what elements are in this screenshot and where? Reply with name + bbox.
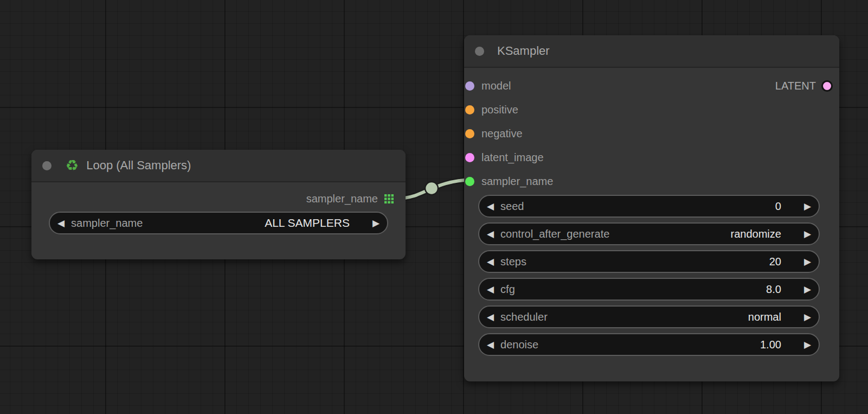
input-label-model: model bbox=[481, 80, 511, 92]
node-loop-header[interactable]: ♻ Loop (All Samplers) bbox=[31, 150, 406, 182]
collapse-dot[interactable] bbox=[475, 47, 484, 56]
input-slot-model[interactable] bbox=[465, 81, 474, 91]
collapse-dot[interactable] bbox=[42, 161, 52, 170]
widget-name: steps bbox=[500, 256, 526, 268]
input-slot-positive[interactable] bbox=[465, 105, 474, 114]
decrement-arrow-icon[interactable]: ◀ bbox=[487, 257, 494, 266]
decrement-arrow-icon[interactable]: ◀ bbox=[487, 230, 494, 239]
widget-control-after-generate[interactable]: ◀ control_after_generate randomize ▶ bbox=[478, 222, 820, 245]
widget-name: seed bbox=[500, 200, 524, 213]
widget-sampler-name[interactable]: ◀ sampler_name ALL SAMPLERS ▶ bbox=[49, 212, 388, 234]
decrement-arrow-icon[interactable]: ◀ bbox=[57, 219, 65, 228]
decrement-arrow-icon[interactable]: ◀ bbox=[487, 313, 494, 322]
input-label-negative: negative bbox=[481, 128, 523, 140]
decrement-arrow-icon[interactable]: ◀ bbox=[487, 285, 494, 294]
widget-value: 8.0 bbox=[766, 283, 781, 296]
increment-arrow-icon[interactable]: ▶ bbox=[804, 340, 811, 349]
increment-arrow-icon[interactable]: ▶ bbox=[804, 230, 811, 239]
input-label-positive: positive bbox=[481, 104, 518, 116]
output-label-sampler-name: sampler_name bbox=[306, 193, 378, 205]
widget-name: scheduler bbox=[500, 311, 548, 323]
widget-value: randomize bbox=[731, 228, 781, 240]
node-loop-all-samplers[interactable]: ♻ Loop (All Samplers) sampler_name ◀ sam… bbox=[31, 150, 406, 259]
node-title: KSampler bbox=[497, 44, 550, 58]
input-slot-latent-image[interactable] bbox=[465, 153, 474, 162]
widget-name: cfg bbox=[500, 283, 515, 296]
node-editor-canvas[interactable]: ♻ Loop (All Samplers) sampler_name ◀ sam… bbox=[0, 0, 868, 414]
output-label-latent: LATENT bbox=[775, 80, 816, 92]
recycle-icon: ♻ bbox=[66, 158, 79, 173]
input-slot-sampler-name[interactable] bbox=[465, 177, 474, 186]
widget-name: sampler_name bbox=[71, 217, 143, 230]
input-label-sampler-name: sampler_name bbox=[481, 175, 553, 188]
widget-cfg[interactable]: ◀ cfg 8.0 ▶ bbox=[478, 278, 820, 301]
widget-value: 1.00 bbox=[760, 339, 781, 351]
output-slot-latent[interactable] bbox=[821, 80, 833, 92]
decrement-arrow-icon[interactable]: ◀ bbox=[487, 340, 494, 349]
widget-value: 0 bbox=[775, 200, 781, 213]
decrement-arrow-icon[interactable]: ◀ bbox=[487, 202, 494, 211]
widget-value: ALL SAMPLERS bbox=[265, 216, 350, 230]
node-title: Loop (All Samplers) bbox=[86, 158, 191, 173]
input-label-latent-image: latent_image bbox=[481, 151, 544, 164]
widget-name: control_after_generate bbox=[500, 228, 609, 240]
node-ksampler[interactable]: KSampler model LATENT positive negative … bbox=[464, 35, 839, 381]
increment-arrow-icon[interactable]: ▶ bbox=[372, 219, 380, 228]
widget-seed[interactable]: ◀ seed 0 ▶ bbox=[478, 195, 820, 218]
increment-arrow-icon[interactable]: ▶ bbox=[804, 202, 811, 211]
increment-arrow-icon[interactable]: ▶ bbox=[804, 285, 811, 294]
node-ksampler-header[interactable]: KSampler bbox=[464, 35, 839, 68]
increment-arrow-icon[interactable]: ▶ bbox=[804, 313, 811, 322]
widget-value: 20 bbox=[769, 256, 781, 268]
grid-slot-icon[interactable] bbox=[384, 194, 394, 203]
increment-arrow-icon[interactable]: ▶ bbox=[804, 257, 811, 266]
link-midpoint-dot[interactable] bbox=[425, 182, 438, 195]
widget-name: denoise bbox=[500, 339, 538, 351]
widget-value: normal bbox=[748, 311, 781, 323]
widget-scheduler[interactable]: ◀ scheduler normal ▶ bbox=[478, 305, 820, 328]
widget-denoise[interactable]: ◀ denoise 1.00 ▶ bbox=[478, 333, 820, 356]
input-slot-negative[interactable] bbox=[465, 129, 474, 138]
widget-steps[interactable]: ◀ steps 20 ▶ bbox=[478, 250, 820, 273]
